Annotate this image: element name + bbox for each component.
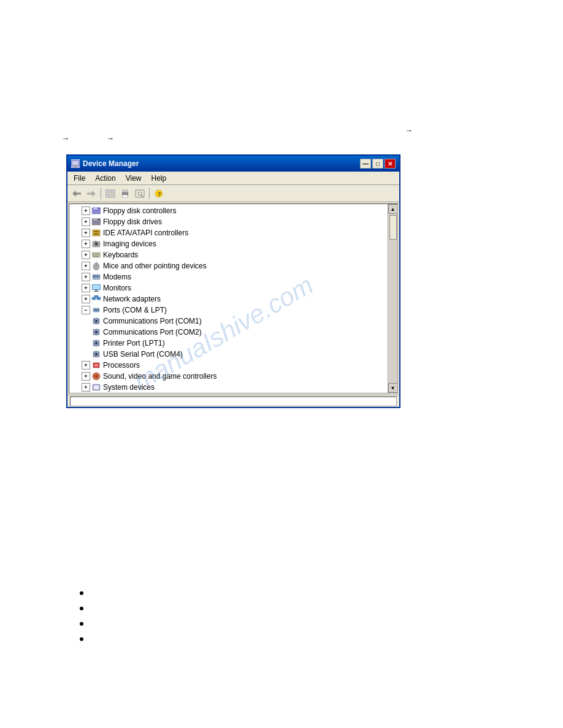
toolbar-back[interactable] bbox=[70, 187, 83, 200]
mice-label: Mice and other pointing devices bbox=[103, 262, 207, 270]
scroll-up[interactable]: ▲ bbox=[388, 204, 398, 214]
keyboards-label: Keyboards bbox=[103, 251, 138, 259]
scroll-down[interactable]: ▼ bbox=[388, 383, 398, 393]
monitors-icon bbox=[91, 284, 101, 292]
tree-item-network[interactable]: + Network adapters bbox=[69, 294, 397, 305]
close-button[interactable]: ✕ bbox=[385, 159, 396, 169]
arrow-top-right: → bbox=[405, 126, 413, 135]
svg-rect-7 bbox=[105, 189, 110, 193]
expand-processors[interactable]: + bbox=[82, 361, 90, 370]
network-label: Network adapters bbox=[103, 295, 161, 303]
bullet-item-3 bbox=[80, 619, 90, 626]
tree-item-system[interactable]: + System devices bbox=[69, 382, 397, 393]
arrows-row: → → bbox=[61, 134, 114, 143]
sound-label: Sound, video and game controllers bbox=[103, 372, 216, 381]
toolbar-help[interactable]: ? bbox=[152, 187, 166, 200]
menu-file[interactable]: File bbox=[70, 173, 89, 184]
com1-icon bbox=[91, 317, 101, 325]
status-panel bbox=[70, 396, 397, 406]
expand-network[interactable]: + bbox=[82, 295, 90, 303]
tree-item-com4[interactable]: USB Serial Port (COM4) bbox=[69, 349, 397, 360]
expand-imaging[interactable]: + bbox=[82, 240, 90, 248]
expand-floppy-drives[interactable]: + bbox=[82, 218, 90, 226]
svg-rect-10 bbox=[111, 194, 115, 198]
tree-item-mice[interactable]: + Mice and other pointing devices bbox=[69, 260, 397, 271]
tree-area: + Floppy disk controllers + bbox=[69, 203, 398, 393]
svg-rect-55 bbox=[97, 297, 101, 300]
svg-rect-27 bbox=[94, 233, 99, 235]
modems-icon bbox=[91, 273, 101, 281]
tree-item-modems[interactable]: + Modems bbox=[69, 271, 397, 282]
tree-content[interactable]: + Floppy disk controllers + bbox=[69, 204, 397, 393]
title-bar-buttons: — □ ✕ bbox=[360, 159, 396, 169]
menu-help[interactable]: Help bbox=[148, 173, 170, 184]
system-icon bbox=[91, 383, 101, 392]
mice-icon bbox=[91, 262, 101, 270]
vertical-scrollbar[interactable]: ▲ ▼ bbox=[388, 204, 397, 393]
monitors-label: Monitors bbox=[103, 284, 131, 292]
tree-item-com2[interactable]: Communications Port (COM2) bbox=[69, 327, 397, 338]
svg-point-64 bbox=[95, 331, 98, 333]
svg-point-70 bbox=[95, 375, 98, 377]
imaging-icon bbox=[91, 240, 101, 248]
svg-rect-1 bbox=[74, 165, 77, 167]
menu-bar: File Action View Help bbox=[67, 172, 399, 185]
tree-item-lpt1[interactable]: Printer Port (LPT1) bbox=[69, 338, 397, 349]
expand-ports[interactable]: − bbox=[82, 306, 90, 314]
svg-rect-31 bbox=[94, 241, 96, 242]
toolbar-scan[interactable] bbox=[133, 187, 147, 200]
svg-rect-53 bbox=[94, 291, 99, 292]
tree-item-com1[interactable]: Communications Port (COM1) bbox=[69, 316, 397, 327]
com2-icon bbox=[91, 328, 101, 336]
tree-item-monitors[interactable]: + Monitors bbox=[69, 282, 397, 294]
svg-rect-38 bbox=[94, 255, 96, 256]
svg-point-30 bbox=[96, 243, 98, 245]
title-bar-left: Device Manager bbox=[71, 159, 139, 168]
expand-mice[interactable]: + bbox=[82, 262, 90, 270]
toolbar-print[interactable] bbox=[118, 187, 132, 200]
expand-system[interactable]: + bbox=[82, 383, 90, 392]
expand-sound[interactable]: + bbox=[82, 372, 90, 381]
svg-rect-48 bbox=[97, 276, 98, 277]
floppy-drives-label: Floppy disk drives bbox=[103, 218, 162, 226]
toolbar-forward[interactable] bbox=[85, 187, 98, 200]
svg-point-63 bbox=[95, 320, 98, 322]
tree-item-ide[interactable]: + IDE ATA/ATAPI controllers bbox=[69, 227, 397, 238]
scroll-thumb[interactable] bbox=[389, 215, 397, 240]
svg-rect-9 bbox=[111, 189, 115, 193]
scroll-track[interactable] bbox=[389, 214, 397, 383]
expand-monitors[interactable]: + bbox=[82, 284, 90, 292]
window-title: Device Manager bbox=[83, 159, 139, 168]
expand-keyboards[interactable]: + bbox=[82, 251, 90, 259]
svg-rect-37 bbox=[93, 255, 94, 256]
lpt1-label: Printer Port (LPT1) bbox=[103, 339, 165, 347]
svg-rect-0 bbox=[72, 161, 79, 165]
com4-icon bbox=[91, 350, 101, 358]
tree-item-sound[interactable]: + Sound, video and game controllers bbox=[69, 371, 397, 382]
tree-item-keyboards[interactable]: + Keyboards bbox=[69, 249, 397, 260]
menu-action[interactable]: Action bbox=[91, 173, 119, 184]
tree-item-processors[interactable]: + Processors bbox=[69, 360, 397, 371]
com1-label: Communications Port (COM1) bbox=[103, 317, 202, 325]
tree-item-floppy-drives[interactable]: + Floppy disk drives bbox=[69, 216, 397, 227]
imaging-label: Imaging devices bbox=[103, 240, 156, 248]
minimize-button[interactable]: — bbox=[360, 159, 371, 169]
expand-floppy-controllers[interactable]: + bbox=[82, 207, 90, 215]
svg-rect-62 bbox=[98, 309, 99, 311]
expand-modems[interactable]: + bbox=[82, 273, 90, 281]
tree-item-ports[interactable]: − Ports (COM & LPT) bbox=[69, 305, 397, 316]
tree-item-floppy-controllers[interactable]: + Floppy disk controllers bbox=[69, 205, 397, 216]
bullet-dot-3 bbox=[80, 622, 83, 626]
svg-rect-40 bbox=[98, 255, 99, 256]
tree-item-imaging[interactable]: + Imaging devices bbox=[69, 238, 397, 249]
svg-rect-46 bbox=[93, 276, 94, 277]
svg-rect-36 bbox=[98, 253, 99, 254]
svg-rect-41 bbox=[94, 256, 99, 257]
expand-ide[interactable]: + bbox=[82, 229, 90, 237]
maximize-button[interactable]: □ bbox=[372, 159, 383, 169]
svg-rect-68 bbox=[94, 364, 98, 366]
svg-rect-13 bbox=[123, 195, 128, 197]
svg-rect-49 bbox=[99, 276, 99, 277]
toolbar-properties[interactable] bbox=[104, 187, 117, 200]
menu-view[interactable]: View bbox=[122, 173, 145, 184]
